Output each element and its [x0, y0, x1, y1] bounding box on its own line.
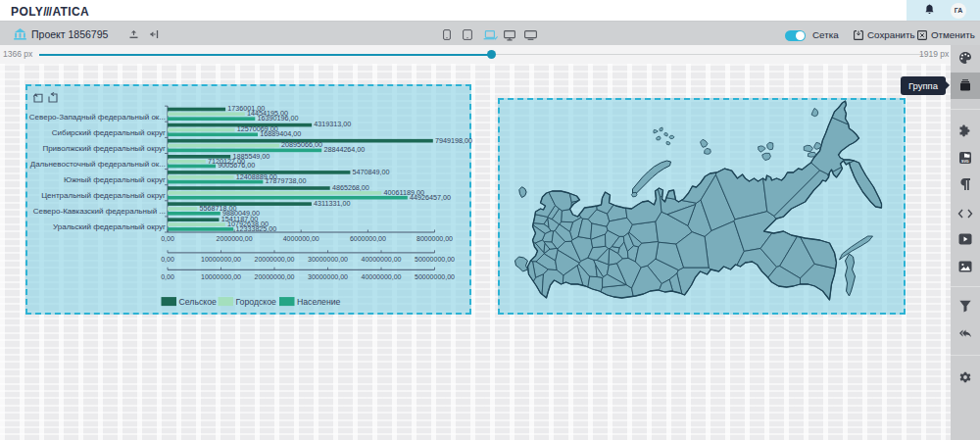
svg-text:8000000,00: 8000000,00 — [416, 235, 453, 242]
svg-text:Южный федеральный округ: Южный федеральный округ — [63, 174, 165, 183]
svg-text:Население: Население — [297, 296, 341, 306]
svg-text:20000000,00: 20000000,00 — [254, 256, 294, 263]
svg-text:10000000,00: 10000000,00 — [201, 272, 241, 279]
svg-text:Уральский федеральный округ: Уральский федеральный округ — [53, 222, 166, 231]
svg-text:40000000,00: 40000000,00 — [361, 272, 401, 279]
svg-text:2000000,00: 2000000,00 — [216, 235, 252, 242]
svg-text:0,00: 0,00 — [161, 256, 174, 263]
svg-text:SVG: SVG — [961, 159, 969, 163]
svg-text:Сельское: Сельское — [178, 296, 216, 306]
svg-text:16889404,00: 16889404,00 — [260, 129, 301, 138]
svg-text:Северо-Западный федеральный ок: Северо-Западный федеральный ок... — [28, 112, 165, 121]
svg-text:0,00: 0,00 — [161, 272, 174, 279]
svg-text:20000000,00: 20000000,00 — [254, 272, 294, 279]
svg-text:50000000,00: 50000000,00 — [415, 272, 455, 279]
svg-text:44926457,00: 44926457,00 — [410, 192, 451, 201]
svg-text:Дальневосточный федеральный ок: Дальневосточный федеральный ок... — [29, 159, 165, 168]
svg-text:4311331,00: 4311331,00 — [314, 198, 350, 207]
svg-text:50000000,00: 50000000,00 — [415, 256, 455, 263]
svg-text:Сибирский федеральный округ: Сибирский федеральный округ — [51, 127, 165, 136]
svg-text:16390196,00: 16390196,00 — [257, 114, 298, 122]
svg-text:0,00: 0,00 — [161, 235, 174, 242]
svg-text:30000000,00: 30000000,00 — [308, 272, 348, 279]
svg-text:4865268,00: 4865268,00 — [331, 182, 368, 191]
svg-text:10000000,00: 10000000,00 — [201, 256, 241, 263]
svg-text:6000000,00: 6000000,00 — [349, 235, 385, 242]
svg-text:4319313,00: 4319313,00 — [314, 120, 351, 128]
svg-text:Северо-Кавказский федеральный: Северо-Кавказский федеральный ... — [32, 207, 165, 216]
svg-text:7949198,00: 7949198,00 — [435, 135, 472, 144]
svg-text:4000000,00: 4000000,00 — [282, 235, 318, 242]
svg-text:Городское: Городское — [235, 296, 276, 306]
svg-text:17879738,00: 17879738,00 — [265, 176, 306, 185]
svg-text:30000000,00: 30000000,00 — [308, 256, 348, 263]
svg-text:Приволжский федеральный округ: Приволжский федеральный округ — [42, 143, 166, 152]
svg-text:5470849,00: 5470849,00 — [352, 167, 389, 175]
svg-text:Центральный федеральный округ: Центральный федеральный округ — [41, 191, 166, 200]
svg-text:9005676,00: 9005676,00 — [218, 161, 255, 170]
svg-text:20895066,00: 20895066,00 — [281, 140, 322, 149]
svg-text:40000000,00: 40000000,00 — [361, 256, 401, 263]
svg-text:12333825,00: 12333825,00 — [235, 223, 276, 232]
svg-text:28844264,00: 28844264,00 — [323, 145, 365, 154]
